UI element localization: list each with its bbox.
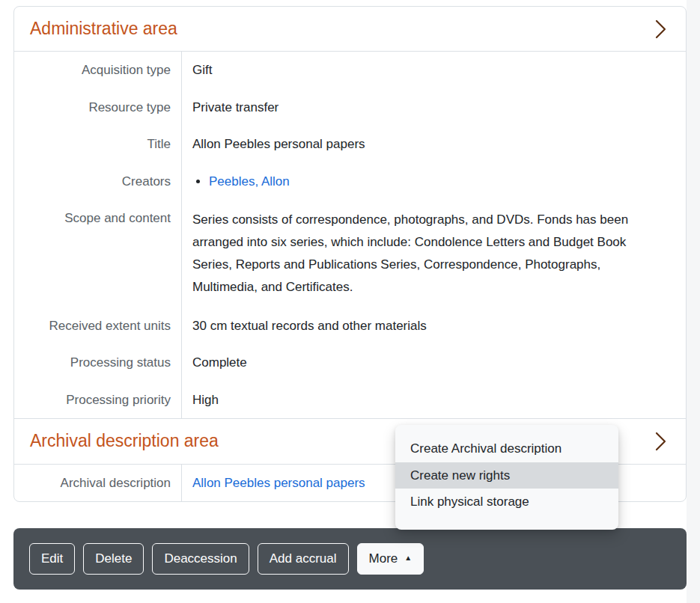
field-label: Archival description	[14, 465, 181, 502]
delete-button[interactable]: Delete	[83, 543, 144, 575]
field-label: Processing priority	[14, 382, 181, 419]
field-value: Series consists of correspondence, photo…	[181, 200, 686, 307]
field-row-resource-type: Resource type Private transfer	[14, 89, 686, 126]
menu-item-create-archival-description[interactable]: Create Archival description	[395, 435, 618, 462]
creator-list-item: Peebles, Allon	[209, 172, 675, 192]
field-value: High	[181, 382, 686, 419]
more-actions-menu: Create Archival description Create new r…	[395, 425, 618, 530]
section-title-archival-description-area: Archival description area	[30, 429, 219, 453]
field-label: Acquisition type	[14, 52, 181, 89]
creator-link[interactable]: Peebles, Allon	[209, 174, 290, 189]
field-label: Creators	[14, 163, 181, 201]
menu-item-link-physical-storage[interactable]: Link physical storage	[395, 489, 618, 515]
field-row-processing-priority: Processing priority High	[14, 382, 686, 419]
scope-and-content-text: Series consists of correspondence, photo…	[192, 209, 660, 299]
field-value: Peebles, Allon	[181, 163, 686, 201]
field-value: Gift	[181, 52, 686, 89]
field-row-processing-status: Processing status Complete	[14, 344, 686, 382]
field-value: Private transfer	[181, 89, 686, 126]
field-label: Title	[14, 126, 181, 163]
section-title-administrative-area: Administrative area	[30, 16, 177, 41]
add-accrual-button[interactable]: Add accrual	[258, 543, 349, 575]
right-gutter	[687, 0, 700, 603]
administrative-fields: Acquisition type Gift Resource type Priv…	[14, 52, 686, 418]
field-label: Processing status	[14, 344, 181, 382]
creators-list: Peebles, Allon	[192, 172, 675, 192]
field-row-acquisition-type: Acquisition type Gift	[14, 52, 686, 89]
caret-up-icon: ▲	[404, 554, 412, 562]
field-row-received-extent-units: Received extent units 30 cm textual reco…	[14, 307, 686, 345]
chevron-right-icon	[655, 431, 666, 452]
more-button[interactable]: More ▲	[357, 543, 424, 575]
field-value: Allon Peebles personal papers	[181, 126, 686, 163]
field-value: 30 cm textual records and other material…	[181, 307, 686, 345]
field-row-scope-and-content: Scope and content Series consists of cor…	[14, 200, 686, 307]
field-row-creators: Creators Peebles, Allon	[14, 163, 686, 201]
deaccession-button[interactable]: Deaccession	[152, 543, 249, 575]
field-label: Resource type	[14, 89, 181, 126]
field-value: Complete	[181, 344, 686, 382]
field-label: Received extent units	[14, 307, 181, 345]
field-label: Scope and content	[14, 200, 181, 307]
field-row-title: Title Allon Peebles personal papers	[14, 126, 686, 163]
archival-description-link[interactable]: Allon Peebles personal papers	[192, 476, 365, 490]
more-button-label: More	[369, 549, 398, 569]
edit-button[interactable]: Edit	[29, 543, 75, 575]
chevron-right-icon	[655, 19, 666, 40]
section-header-administrative-area[interactable]: Administrative area	[14, 7, 686, 52]
menu-item-create-new-rights[interactable]: Create new rights	[395, 462, 618, 489]
actions-toolbar: Edit Delete Deaccession Add accrual More…	[13, 528, 687, 590]
